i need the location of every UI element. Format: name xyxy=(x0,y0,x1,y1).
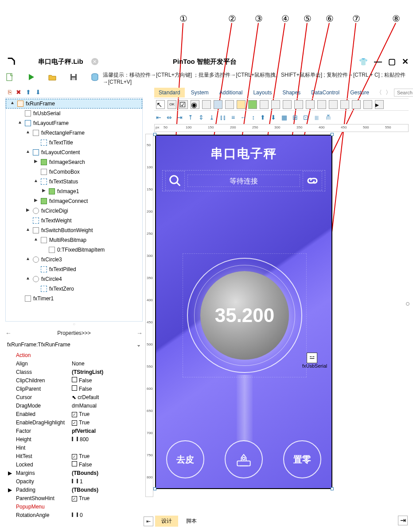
tab-script[interactable]: 脚本 xyxy=(180,516,203,527)
prop-row[interactable]: DragModedmManual xyxy=(5,401,143,410)
component-tree[interactable]: ▲fxRunFramefxUsbSerial▲fxLayoutFrame▲fxR… xyxy=(5,97,143,322)
tree-node[interactable]: ▲fxRectangleFrame xyxy=(6,128,142,138)
btm-left-icon[interactable]: ⇤ xyxy=(144,516,153,526)
tree-node[interactable]: fxUsbSerial xyxy=(6,109,142,118)
tab-layouts[interactable]: Layouts xyxy=(249,88,276,97)
palette-splitter-icon[interactable] xyxy=(329,100,338,109)
align-center-h-icon[interactable]: ⇔ xyxy=(167,114,172,121)
palette-image-icon[interactable] xyxy=(248,100,257,109)
tab-shapes[interactable]: Shapes xyxy=(278,88,305,97)
prop-row[interactable]: Hint xyxy=(5,443,143,452)
palette-expander-icon[interactable] xyxy=(294,100,303,109)
tabs-left-icon[interactable]: 〈 xyxy=(375,89,383,97)
palette-progress-icon[interactable] xyxy=(271,100,280,109)
palette-scroll-icon[interactable] xyxy=(283,100,292,109)
tabs-right-icon[interactable]: 〉 xyxy=(385,89,392,97)
tree-up-icon[interactable]: ⬆ xyxy=(26,89,31,96)
connect-icon[interactable] xyxy=(303,171,322,190)
tab-datacontrol[interactable]: DataControl xyxy=(307,88,344,97)
save-icon[interactable] xyxy=(69,73,78,82)
prop-row[interactable]: ClipParentFalse xyxy=(5,384,143,393)
prop-row[interactable]: FactorpfVertical xyxy=(5,427,143,435)
tree-node[interactable]: fxTimer1 xyxy=(6,294,142,303)
prop-row[interactable]: Enabled✓True xyxy=(5,410,143,418)
tree-node[interactable]: fxComboBox xyxy=(6,167,142,177)
prop-row[interactable]: Action xyxy=(5,351,143,359)
property-grid[interactable]: ActionAlignNoneClasss(TStringList)ClipCh… xyxy=(5,351,143,519)
align-vspace-icon[interactable]: ⫚ xyxy=(325,114,331,121)
tree-node[interactable]: fxTextZero xyxy=(6,284,142,294)
prop-row[interactable]: ▶Margins(TBounds) xyxy=(5,469,143,477)
tree-node[interactable]: ▲fxLayoutFrame xyxy=(6,118,142,128)
close-button[interactable]: ✕ xyxy=(402,57,409,66)
prop-row[interactable]: Cursor⬉ crDefault xyxy=(5,393,143,401)
tree-node[interactable]: ▲fxCircle3 xyxy=(6,255,142,264)
dist-h-icon[interactable]: ⫿⫿ xyxy=(220,114,226,121)
align-middle-icon[interactable]: ⇕ xyxy=(199,114,204,121)
component-palette[interactable]: ↖ OK ☑ ◉ ▸ xyxy=(154,98,409,111)
align-left-icon[interactable]: ⇤ xyxy=(156,114,161,121)
tree-down-icon[interactable]: ⬇ xyxy=(35,89,41,96)
prop-row[interactable]: Opacity1 xyxy=(5,477,143,485)
palette-callout-icon[interactable] xyxy=(225,100,234,109)
splitter[interactable]: ←Properties>>>→ xyxy=(5,328,143,338)
maximize-button[interactable]: ▢ xyxy=(388,57,396,66)
palette-cursor-icon[interactable]: ↖ xyxy=(156,100,165,109)
align-center-icon[interactable]: ⊡ xyxy=(303,114,308,121)
sel-handle[interactable] xyxy=(153,487,156,490)
palette-check-icon[interactable]: ☑ xyxy=(179,100,188,109)
prop-row[interactable]: Height800 xyxy=(5,435,143,443)
prop-row[interactable]: ClipChildrenFalse xyxy=(5,376,143,384)
sel-handle[interactable] xyxy=(331,133,334,136)
tare-button[interactable]: 去皮 xyxy=(166,440,204,478)
align-snap-icon[interactable]: ⊞ xyxy=(292,114,298,121)
tab-additional[interactable]: Additional xyxy=(215,88,247,97)
tree-node[interactable]: ▲fxLayoutContent xyxy=(6,148,142,157)
prop-row[interactable]: EnableDragHighlight✓True xyxy=(5,418,143,427)
palette-track-icon[interactable] xyxy=(306,100,315,109)
tree-node[interactable]: ▶fxImageConnect xyxy=(6,196,142,206)
palette-toolbar-icon[interactable] xyxy=(352,100,361,109)
palette-panel-icon[interactable] xyxy=(214,100,222,109)
sel-handle[interactable] xyxy=(331,487,334,490)
design-canvas[interactable]: 5010015020025030035040045050055060065070… xyxy=(154,134,409,518)
tree-node[interactable]: ▲MultiResBitmap xyxy=(6,235,142,245)
same-width-icon[interactable]: ↔ xyxy=(240,114,246,121)
tree-node[interactable]: 0:TFixedBitmapItem xyxy=(6,245,142,255)
minimize-button[interactable]: — xyxy=(374,57,382,66)
tree-node[interactable]: ▲fxRunFrame xyxy=(6,99,142,109)
usb-serial-icon[interactable]: ⚍ xyxy=(307,353,317,363)
palette-group-icon[interactable] xyxy=(202,100,211,109)
align-grid-icon[interactable]: ▦ xyxy=(281,114,287,121)
prop-collapse-icon[interactable]: ⌄ xyxy=(136,342,141,348)
prop-row[interactable]: Classs(TStringList) xyxy=(5,368,143,376)
prop-row[interactable]: PopupMenu xyxy=(5,502,143,511)
tree-node[interactable]: ▶fxImage1 xyxy=(6,186,142,196)
tree-node[interactable]: ▲fxCircle4 xyxy=(6,274,142,284)
zero-button[interactable]: 置零 xyxy=(283,440,321,478)
palette-radio-icon[interactable]: ◉ xyxy=(191,100,199,109)
scale-button[interactable] xyxy=(225,440,263,478)
phone-frame[interactable]: 串口电子秤 等待连接 35.200 ⚍ fxUsbSerial 去皮 置零 xyxy=(155,135,332,489)
tree-node[interactable]: fxTextTitle xyxy=(6,138,142,148)
prop-row[interactable]: AlignNone xyxy=(5,359,143,368)
tab-design[interactable]: 设计 xyxy=(155,516,178,527)
prop-row[interactable]: HitTest✓True xyxy=(5,452,143,460)
align-hspace-icon[interactable]: ⫼ xyxy=(314,114,320,121)
palette-more-icon[interactable]: ▸ xyxy=(375,100,384,109)
align-bottom-icon[interactable]: ⤓ xyxy=(209,114,214,121)
tree-node[interactable]: fxTextPilled xyxy=(6,264,142,274)
search-icon[interactable] xyxy=(165,171,185,190)
send-back-icon[interactable]: ⬇ xyxy=(271,114,276,121)
dist-v-icon[interactable]: ≡ xyxy=(231,114,235,121)
tree-node[interactable]: ▶fxImageSearch xyxy=(6,157,142,167)
align-top-icon[interactable]: ⤒ xyxy=(188,114,193,121)
tab-system[interactable]: System xyxy=(187,88,213,97)
tab-gesture[interactable]: Gesture xyxy=(346,88,374,97)
prop-row[interactable]: ▶Padding(TBounds) xyxy=(5,485,143,494)
palette-button-icon[interactable]: OK xyxy=(168,100,176,109)
palette-label-icon[interactable] xyxy=(237,100,245,109)
tree-node[interactable]: fxTextWeight xyxy=(6,216,142,225)
tree-node[interactable]: ▶fxCircleDigi xyxy=(6,206,142,216)
tree-new-icon[interactable]: ⎘ xyxy=(8,89,12,96)
